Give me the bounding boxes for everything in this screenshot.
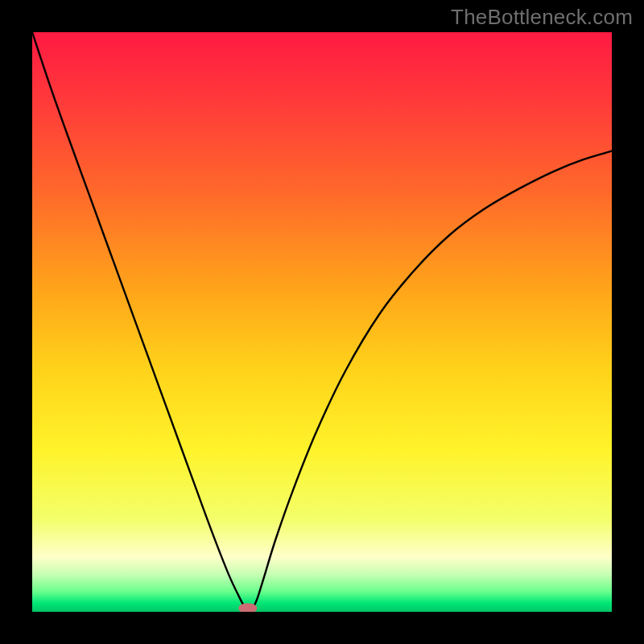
watermark-text: TheBottleneck.com (451, 5, 633, 30)
chart-background (32, 32, 612, 612)
chart-plot-area (32, 32, 612, 612)
chart-svg (32, 32, 612, 612)
chart-frame: TheBottleneck.com (0, 0, 644, 644)
